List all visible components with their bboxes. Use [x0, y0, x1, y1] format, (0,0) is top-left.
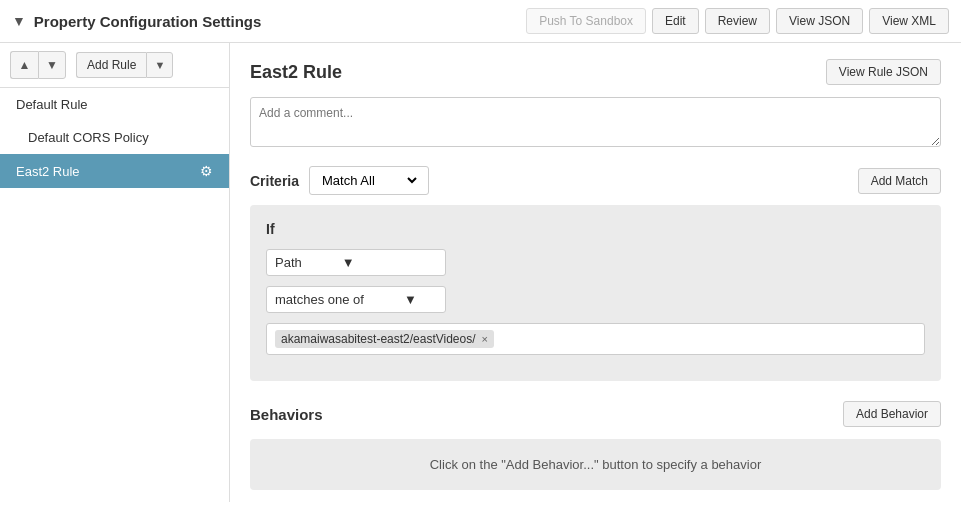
criteria-row: Criteria Match All Match Any Add Match [250, 166, 941, 195]
header-left: ▼ Property Configuration Settings [12, 13, 261, 30]
nav-up-button[interactable]: ▲ [10, 51, 38, 79]
behaviors-label: Behaviors [250, 406, 323, 423]
path-select[interactable]: Path ▼ [266, 249, 446, 276]
matches-row: matches one of ▼ [266, 286, 925, 313]
gear-icon[interactable]: ⚙ [200, 163, 213, 179]
comment-textarea[interactable] [250, 97, 941, 147]
edit-button[interactable]: Edit [652, 8, 699, 34]
path-label: Path [275, 255, 302, 270]
if-label: If [266, 221, 925, 237]
sidebar-item-label: Default Rule [16, 97, 88, 112]
down-icon: ▼ [46, 58, 58, 72]
view-json-button[interactable]: View JSON [776, 8, 863, 34]
content-area: East2 Rule View Rule JSON Criteria Match… [230, 43, 961, 502]
match-all-select[interactable]: Match All Match Any [309, 166, 429, 195]
rule-title: East2 Rule [250, 62, 342, 83]
view-rule-json-button[interactable]: View Rule JSON [826, 59, 941, 85]
sidebar-item-label: East2 Rule [16, 164, 80, 179]
tag-input-row: akamaiwasabitest-east2/eastVideos/ × [266, 323, 925, 355]
add-rule-button[interactable]: Add Rule [76, 52, 146, 78]
add-match-button[interactable]: Add Match [858, 168, 941, 194]
sidebar: ▲ ▼ Add Rule ▼ Default Rule Default CORS… [0, 43, 230, 502]
add-behavior-button[interactable]: Add Behavior [843, 401, 941, 427]
nav-down-button[interactable]: ▼ [38, 51, 66, 79]
behaviors-header: Behaviors Add Behavior [250, 401, 941, 427]
tag-item: akamaiwasabitest-east2/eastVideos/ × [275, 330, 494, 348]
matches-dropdown-arrow-icon: ▼ [404, 292, 417, 307]
top-header: ▼ Property Configuration Settings Push T… [0, 0, 961, 43]
tag-value: akamaiwasabitest-east2/eastVideos/ [281, 332, 476, 346]
add-rule-dropdown-button[interactable]: ▼ [146, 52, 173, 78]
criteria-left: Criteria Match All Match Any [250, 166, 429, 195]
matches-select[interactable]: matches one of ▼ [266, 286, 446, 313]
path-row: Path ▼ [266, 249, 925, 276]
tag-close-icon[interactable]: × [482, 333, 488, 345]
header-right: Push To Sandbox Edit Review View JSON Vi… [526, 8, 949, 34]
page-title: Property Configuration Settings [34, 13, 262, 30]
sidebar-item-default-rule[interactable]: Default Rule [0, 88, 229, 121]
match-all-dropdown[interactable]: Match All Match Any [318, 172, 420, 189]
sidebar-items: Default Rule Default CORS Policy East2 R… [0, 88, 229, 502]
review-button[interactable]: Review [705, 8, 770, 34]
sidebar-item-cors-policy[interactable]: Default CORS Policy [0, 121, 229, 154]
matches-label: matches one of [275, 292, 364, 307]
tag-input[interactable]: akamaiwasabitest-east2/eastVideos/ × [266, 323, 925, 355]
path-dropdown-arrow-icon: ▼ [342, 255, 355, 270]
sidebar-item-label: Default CORS Policy [28, 130, 149, 145]
behaviors-empty: Click on the "Add Behavior..." button to… [250, 439, 941, 490]
up-icon: ▲ [19, 58, 31, 72]
criteria-label: Criteria [250, 173, 299, 189]
add-rule-group: Add Rule ▼ [76, 52, 173, 78]
behaviors-empty-text: Click on the "Add Behavior..." button to… [430, 457, 762, 472]
view-xml-button[interactable]: View XML [869, 8, 949, 34]
nav-group: ▲ ▼ [10, 51, 66, 79]
push-to-sandbox-button[interactable]: Push To Sandbox [526, 8, 646, 34]
rule-header: East2 Rule View Rule JSON [250, 59, 941, 85]
sidebar-toolbar: ▲ ▼ Add Rule ▼ [0, 43, 229, 88]
if-block: If Path ▼ matches one of ▼ akamaiwasabit… [250, 205, 941, 381]
main-layout: ▲ ▼ Add Rule ▼ Default Rule Default CORS… [0, 43, 961, 502]
collapse-icon[interactable]: ▼ [12, 13, 26, 29]
dropdown-arrow-icon: ▼ [154, 59, 165, 71]
sidebar-item-east2-rule[interactable]: East2 Rule ⚙ [0, 154, 229, 188]
